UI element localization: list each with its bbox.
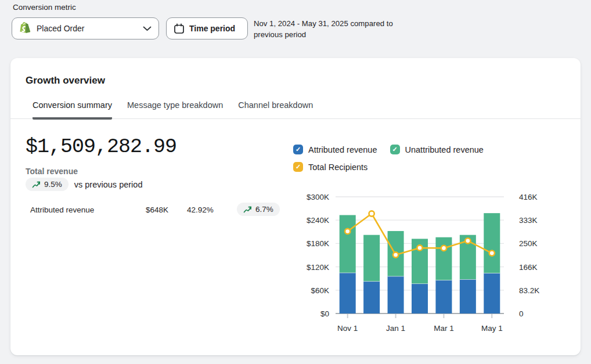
tab-conversion-summary[interactable]: Conversion summary: [33, 100, 112, 120]
svg-text:Jan 1: Jan 1: [386, 324, 405, 333]
change-percent: 9.5%: [44, 180, 62, 189]
change-row: 9.5% vs previous period: [26, 178, 142, 191]
checkbox-checked-icon[interactable]: ✓: [293, 145, 303, 154]
attributed-revenue-row: Attributed revenue $648K 42.92% 6.7%: [30, 203, 286, 219]
tab-message-type-breakdown[interactable]: Message type breakdown: [127, 100, 223, 120]
svg-text:Mar 1: Mar 1: [434, 324, 454, 333]
svg-text:416K: 416K: [519, 193, 538, 201]
svg-text:250K: 250K: [519, 239, 538, 248]
svg-text:May 1: May 1: [481, 324, 503, 333]
svg-text:166K: 166K: [519, 263, 538, 272]
dashboard-page: { "toolbar": { "label": "Conversion metr…: [0, 0, 591, 364]
svg-text:0: 0: [519, 309, 524, 318]
svg-text:$0: $0: [320, 309, 329, 318]
legend-label: Total Recipients: [308, 163, 367, 172]
row-change-badge: 6.7%: [237, 203, 280, 216]
calendar-icon: [174, 23, 185, 34]
total-revenue-value: $1,509,282.99: [26, 135, 176, 158]
conversion-metric-dropdown[interactable]: Placed Order: [12, 17, 159, 39]
svg-text:333K: 333K: [519, 216, 538, 225]
tab-channel-breakdown[interactable]: Channel breakdown: [238, 100, 313, 120]
trend-up-icon: [32, 181, 41, 188]
date-range-text: Nov 1, 2024 - May 31, 2025 compared to p…: [254, 18, 416, 40]
svg-text:$240K: $240K: [307, 216, 329, 225]
row-percent: 42.92%: [187, 206, 214, 214]
svg-text:$300K: $300K: [307, 193, 329, 201]
legend-label: Unattributed revenue: [405, 145, 484, 154]
chevron-down-icon: [143, 26, 152, 31]
legend-item-attributed-revenue[interactable]: ✓Attributed revenue: [293, 145, 377, 154]
growth-chart[interactable]: $00$60K83.2K$120K166K$180K250K$240K333K$…: [303, 190, 556, 341]
shopify-bag-icon: [19, 22, 31, 35]
time-period-button[interactable]: Time period: [166, 17, 248, 39]
svg-text:$120K: $120K: [307, 263, 329, 272]
legend-label: Attributed revenue: [308, 145, 377, 154]
chart-legend: ✓Attributed revenue✓Unattributed revenue…: [293, 145, 554, 172]
svg-text:$60K: $60K: [311, 286, 329, 295]
checkbox-checked-icon[interactable]: ✓: [390, 145, 400, 154]
svg-text:$180K: $180K: [307, 239, 329, 248]
trend-up-icon: [243, 206, 252, 213]
legend-item-unattributed-revenue[interactable]: ✓Unattributed revenue: [390, 145, 484, 154]
time-period-label: Time period: [189, 24, 235, 33]
row-change-percent: 6.7%: [255, 205, 273, 214]
card-title: Growth overview: [26, 75, 105, 87]
change-badge: 9.5%: [26, 178, 69, 191]
conversion-metric-value: Placed Order: [37, 24, 84, 33]
tab-bar: Conversion summaryMessage type breakdown…: [10, 96, 581, 119]
row-value: $648K: [146, 206, 168, 214]
row-label: Attributed revenue: [30, 206, 94, 214]
total-revenue-label: Total revenue: [26, 167, 78, 176]
conversion-metric-label: Conversion metric: [13, 3, 76, 12]
legend-item-total-recipients[interactable]: ✓Total Recipients: [293, 162, 367, 172]
checkbox-checked-icon[interactable]: ✓: [293, 162, 303, 172]
svg-text:83.2K: 83.2K: [519, 286, 539, 295]
svg-text:Nov 1: Nov 1: [337, 324, 358, 333]
change-suffix: vs previous period: [74, 180, 143, 189]
